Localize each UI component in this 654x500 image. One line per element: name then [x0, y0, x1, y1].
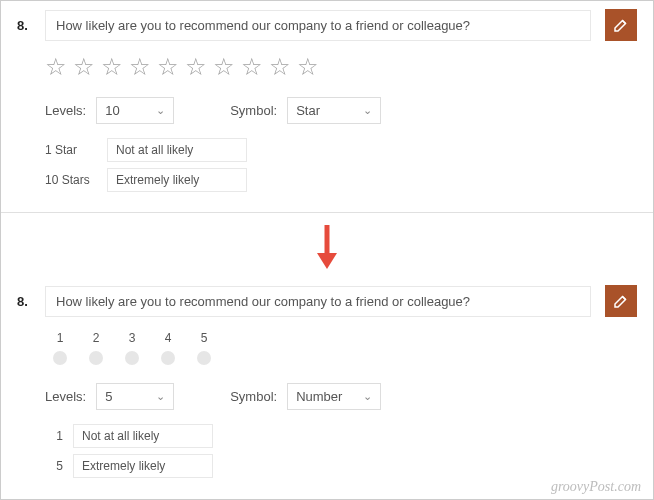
star-icon[interactable]: ☆	[241, 55, 263, 79]
legend-high-input[interactable]: Extremely likely	[107, 168, 247, 192]
rating-question-star: 8. How likely are you to recommend our c…	[1, 1, 653, 213]
star-icon[interactable]: ☆	[45, 55, 67, 79]
question-header: 8. How likely are you to recommend our c…	[17, 285, 637, 317]
number-rating-row: 1 2 3 4 5	[45, 331, 637, 365]
arrow-down-icon	[312, 223, 342, 271]
question-header: 8. How likely are you to recommend our c…	[17, 9, 637, 41]
symbol-label: Symbol:	[230, 389, 277, 404]
symbol-value: Number	[296, 389, 342, 404]
symbol-label: Symbol:	[230, 103, 277, 118]
symbol-value: Star	[296, 103, 320, 118]
edit-button[interactable]	[605, 285, 637, 317]
legend-low: 1 Not at all likely	[45, 424, 637, 448]
svg-marker-1	[317, 253, 337, 269]
rating-controls: Levels: 5 ⌄ Symbol: Number ⌄	[45, 383, 637, 410]
rating-question-number: 8. How likely are you to recommend our c…	[1, 277, 653, 498]
question-text-input[interactable]: How likely are you to recommend our comp…	[45, 10, 591, 41]
star-icon[interactable]: ☆	[157, 55, 179, 79]
legend-low-key: 1	[45, 429, 63, 443]
edit-button[interactable]	[605, 9, 637, 41]
radio-button[interactable]	[89, 351, 103, 365]
number-label: 4	[165, 331, 172, 345]
rating-controls: Levels: 10 ⌄ Symbol: Star ⌄	[45, 97, 637, 124]
star-rating-row: ☆ ☆ ☆ ☆ ☆ ☆ ☆ ☆ ☆ ☆	[45, 55, 637, 79]
number-option: 2	[81, 331, 111, 365]
star-icon[interactable]: ☆	[297, 55, 319, 79]
legend-high-key: 10 Stars	[45, 173, 97, 187]
legend-low-input[interactable]: Not at all likely	[107, 138, 247, 162]
legend-low-key: 1 Star	[45, 143, 97, 157]
number-option: 5	[189, 331, 219, 365]
legend-low-input[interactable]: Not at all likely	[73, 424, 213, 448]
question-number: 8.	[17, 294, 31, 309]
levels-label: Levels:	[45, 103, 86, 118]
edit-icon	[612, 292, 630, 310]
star-icon[interactable]: ☆	[73, 55, 95, 79]
number-option: 1	[45, 331, 75, 365]
number-option: 4	[153, 331, 183, 365]
radio-button[interactable]	[53, 351, 67, 365]
radio-button[interactable]	[161, 351, 175, 365]
question-text-input[interactable]: How likely are you to recommend our comp…	[45, 286, 591, 317]
star-icon[interactable]: ☆	[185, 55, 207, 79]
star-icon[interactable]: ☆	[101, 55, 123, 79]
legend-high-key: 5	[45, 459, 63, 473]
radio-button[interactable]	[125, 351, 139, 365]
star-icon[interactable]: ☆	[269, 55, 291, 79]
question-number: 8.	[17, 18, 31, 33]
number-option: 3	[117, 331, 147, 365]
chevron-down-icon: ⌄	[156, 104, 165, 117]
chevron-down-icon: ⌄	[363, 390, 372, 403]
levels-dropdown[interactable]: 10 ⌄	[96, 97, 174, 124]
radio-button[interactable]	[197, 351, 211, 365]
chevron-down-icon: ⌄	[363, 104, 372, 117]
symbol-dropdown[interactable]: Number ⌄	[287, 383, 381, 410]
levels-dropdown[interactable]: 5 ⌄	[96, 383, 174, 410]
star-icon[interactable]: ☆	[213, 55, 235, 79]
number-label: 5	[201, 331, 208, 345]
symbol-dropdown[interactable]: Star ⌄	[287, 97, 381, 124]
levels-value: 5	[105, 389, 112, 404]
legend-high: 10 Stars Extremely likely	[45, 168, 637, 192]
levels-label: Levels:	[45, 389, 86, 404]
legend-low: 1 Star Not at all likely	[45, 138, 637, 162]
watermark: groovyPost.com	[551, 479, 641, 495]
number-label: 1	[57, 331, 64, 345]
chevron-down-icon: ⌄	[156, 390, 165, 403]
levels-value: 10	[105, 103, 119, 118]
legend-high: 5 Extremely likely	[45, 454, 637, 478]
transition-arrow	[1, 213, 653, 277]
legend-high-input[interactable]: Extremely likely	[73, 454, 213, 478]
number-label: 3	[129, 331, 136, 345]
number-label: 2	[93, 331, 100, 345]
edit-icon	[612, 16, 630, 34]
star-icon[interactable]: ☆	[129, 55, 151, 79]
